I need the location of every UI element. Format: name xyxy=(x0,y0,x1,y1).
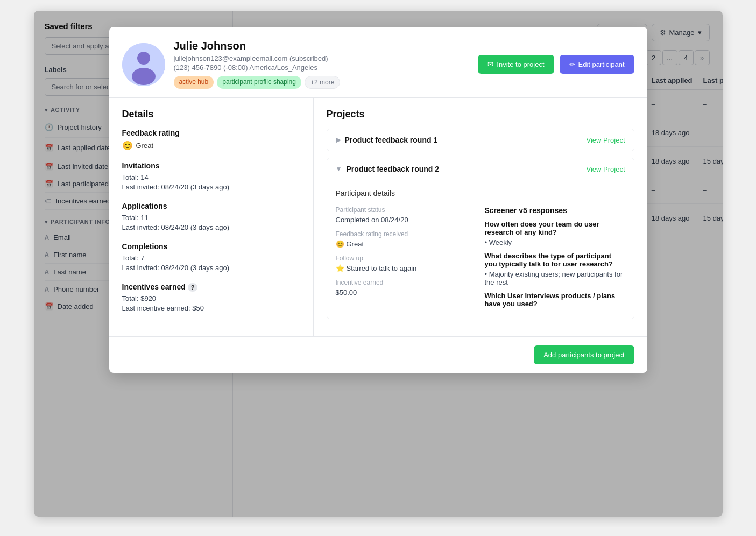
project-item-2: ▼ Product feedback round 2 View Project … xyxy=(327,158,634,319)
details-panel: Details Feedback rating 😊 Great Invitati… xyxy=(109,98,314,336)
participant-status-value: Completed on 08/24/20 xyxy=(336,216,476,224)
screener-title: Screener v5 responses xyxy=(485,206,625,215)
applications-total: Total: 11 xyxy=(122,214,300,222)
profile-phone: (123) 456-7890 (-08:00) America/Los_Ange… xyxy=(174,64,470,72)
projects-title: Projects xyxy=(327,109,634,120)
participant-status-label: Participant status xyxy=(336,206,476,214)
incentives-last-earned: Last incentive earned: $50 xyxy=(122,304,300,312)
project-details-grid: Participant details Participant status C… xyxy=(336,189,625,310)
participant-details-left: Participant status Completed on 08/24/20… xyxy=(336,206,476,310)
completions-last-invited: Last invited: 08/24/20 (3 days ago) xyxy=(122,264,300,272)
tag-more[interactable]: +2 more xyxy=(305,76,340,89)
incentives-label: Incentives earned ? xyxy=(122,283,300,291)
popup-footer: Add participants to project xyxy=(109,336,647,373)
svg-point-1 xyxy=(137,52,150,65)
envelope-icon: ✉ xyxy=(487,60,493,68)
feedback-rating-received-value: 😊 Great xyxy=(336,240,476,248)
view-project-2-link[interactable]: View Project xyxy=(586,165,625,173)
chevron-down-icon: ▼ xyxy=(336,165,342,173)
profile-actions: ✉ Invite to project ✏ Edit participant xyxy=(478,55,634,74)
add-participants-button[interactable]: Add participants to project xyxy=(534,345,634,364)
feedback-rating-section: Feedback rating 😊 Great xyxy=(122,129,300,151)
follow-up-section: Follow up ⭐ Starred to talk to again xyxy=(336,255,476,272)
applications-last-invited: Last invited: 08/24/20 (3 days ago) xyxy=(122,223,300,231)
screener-section: Screener v5 responses How often does you… xyxy=(485,206,625,310)
participant-details-title: Participant details xyxy=(336,189,625,198)
view-project-1-link[interactable]: View Project xyxy=(586,136,625,144)
feedback-rating-received-label: Feedback rating received xyxy=(336,230,476,238)
feedback-rating-label: Feedback rating xyxy=(122,129,300,137)
incentive-earned-label: Incentive earned xyxy=(336,279,476,286)
invite-to-project-button[interactable]: ✉ Invite to project xyxy=(478,55,554,74)
feedback-rating-text: Great xyxy=(136,142,154,150)
great-emoji: 😊 xyxy=(336,240,344,248)
projects-panel: Projects ▶ Product feedback round 1 View… xyxy=(314,98,647,336)
avatar xyxy=(122,43,165,86)
follow-up-label: Follow up xyxy=(336,255,476,262)
profile-info: Julie Johnson juliejohnson123@exampleema… xyxy=(174,40,470,89)
invitations-label: Invitations xyxy=(122,161,300,170)
feedback-rating-received-section: Feedback rating received 😊 Great xyxy=(336,230,476,248)
screener-q1: How often does your team do user researc… xyxy=(485,220,625,236)
screener-q3: Which User Interviews products / plans h… xyxy=(485,292,625,308)
popup-body: Details Feedback rating 😊 Great Invitati… xyxy=(109,98,647,336)
chevron-right-icon: ▶ xyxy=(336,136,341,144)
applications-section: Applications Total: 11 Last invited: 08/… xyxy=(122,202,300,231)
applications-label: Applications xyxy=(122,202,300,210)
invitations-section: Invitations Total: 14 Last invited: 08/2… xyxy=(122,161,300,191)
invitations-last-invited: Last invited: 08/24/20 (3 days ago) xyxy=(122,183,300,191)
pencil-icon: ✏ xyxy=(569,60,575,68)
incentives-section: Incentives earned ? Total: $920 Last inc… xyxy=(122,283,300,312)
popup-overlay[interactable]: Julie Johnson juliejohnson123@exampleema… xyxy=(34,11,723,517)
follow-up-value: ⭐ Starred to talk to again xyxy=(336,264,476,272)
profile-name: Julie Johnson xyxy=(174,40,470,52)
info-icon[interactable]: ? xyxy=(188,283,198,292)
tag-profile-shaping: participant profile shaping xyxy=(217,76,301,89)
project-1-header[interactable]: ▶ Product feedback round 1 View Project xyxy=(327,129,634,151)
profile-header: Julie Johnson juliejohnson123@exampleema… xyxy=(109,27,647,98)
screener-a1: • Weekly xyxy=(485,238,625,246)
screener-q2: What describes the type of participant y… xyxy=(485,252,625,268)
project-2-expanded: Participant details Participant status C… xyxy=(327,180,634,319)
project-1-name: Product feedback round 1 xyxy=(345,136,438,144)
details-title: Details xyxy=(122,109,300,120)
incentives-total: Total: $920 xyxy=(122,294,300,302)
screener-a2: • Majority existing users; new participa… xyxy=(485,270,625,286)
participant-status-section: Participant status Completed on 08/24/20 xyxy=(336,206,476,224)
tag-active-hub: active hub xyxy=(174,76,214,89)
incentive-earned-section: Incentive earned $50.00 xyxy=(336,279,476,297)
project-2-name: Product feedback round 2 xyxy=(346,165,439,173)
great-emoji: 😊 xyxy=(122,140,133,151)
incentive-earned-value: $50.00 xyxy=(336,288,476,297)
profile-email: juliejohnson123@exampleemail.com (subscr… xyxy=(174,54,470,62)
project-2-header[interactable]: ▼ Product feedback round 2 View Project xyxy=(327,158,634,180)
completions-total: Total: 7 xyxy=(122,254,300,262)
profile-tags: active hub participant profile shaping +… xyxy=(174,76,470,89)
svg-point-2 xyxy=(132,68,156,85)
project-item-1: ▶ Product feedback round 1 View Project xyxy=(327,129,634,151)
completions-label: Completions xyxy=(122,242,300,251)
invitations-total: Total: 14 xyxy=(122,173,300,181)
participant-popup: Julie Johnson juliejohnson123@exampleema… xyxy=(109,27,647,373)
edit-participant-button[interactable]: ✏ Edit participant xyxy=(560,55,634,74)
feedback-rating-value: 😊 Great xyxy=(122,140,300,151)
completions-section: Completions Total: 7 Last invited: 08/24… xyxy=(122,242,300,272)
star-icon: ⭐ xyxy=(336,264,344,272)
